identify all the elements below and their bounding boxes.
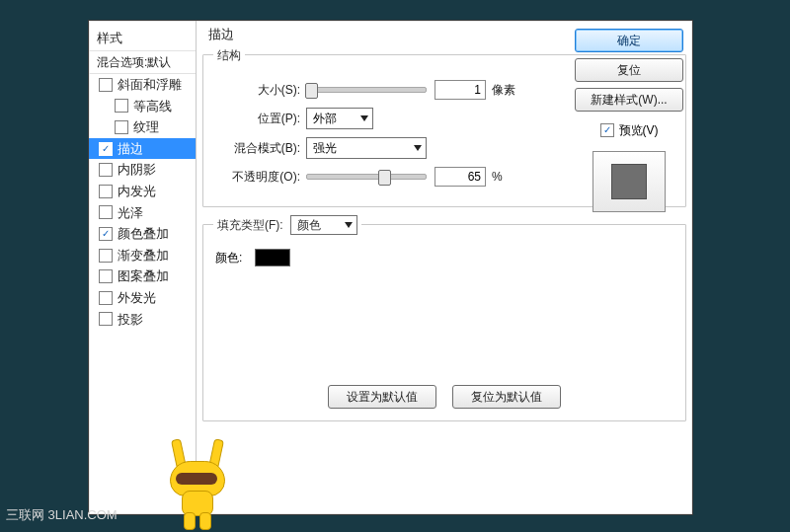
effect-label: 等高线 xyxy=(133,99,172,114)
right-column: 确定 复位 新建样式(W)... ✓ 预览(V) xyxy=(574,29,684,212)
blend-mode-label: 混合模式(B): xyxy=(213,141,306,155)
preview-checkbox[interactable]: ✓ xyxy=(600,123,614,137)
effect-item[interactable]: 斜面和浮雕 xyxy=(89,74,196,96)
effect-checkbox[interactable] xyxy=(99,269,113,283)
effect-item[interactable]: ✓颜色叠加 xyxy=(89,223,196,245)
blend-mode-combo[interactable]: 强光 xyxy=(306,137,427,159)
effect-checkbox[interactable] xyxy=(99,78,113,92)
structure-legend: 结构 xyxy=(213,48,245,62)
default-buttons-row: 设置为默认值 复位为默认值 xyxy=(213,385,675,409)
preview-box xyxy=(592,151,666,212)
effect-item[interactable]: 内发光 xyxy=(89,181,196,202)
effect-label: 图案叠加 xyxy=(118,268,169,284)
blend-mode-value: 强光 xyxy=(313,141,337,155)
preview-row: ✓ 预览(V) xyxy=(600,123,659,137)
color-swatch[interactable] xyxy=(255,249,290,266)
opacity-label: 不透明度(O): xyxy=(213,170,306,184)
effect-label: 外发光 xyxy=(118,290,156,306)
effect-label: 纹理 xyxy=(133,119,159,135)
opacity-input[interactable]: 65 xyxy=(434,167,486,187)
effect-checkbox[interactable] xyxy=(99,163,113,177)
effect-item[interactable]: 光泽 xyxy=(89,202,196,224)
watermark: 三联网 3LIAN.COM xyxy=(6,506,118,524)
reset-default-button[interactable]: 复位为默认值 xyxy=(452,385,561,409)
styles-header: 样式 xyxy=(89,27,196,50)
size-slider-thumb[interactable] xyxy=(305,83,318,99)
position-label: 位置(P): xyxy=(213,112,306,125)
effect-checkbox[interactable]: ✓ xyxy=(99,142,113,156)
fill-type-combo[interactable]: 颜色 xyxy=(290,215,357,235)
position-value: 外部 xyxy=(313,112,337,125)
effect-item[interactable]: 等高线 xyxy=(89,96,196,117)
opacity-slider-thumb[interactable] xyxy=(378,170,391,186)
fill-type-label: 填充类型(F): xyxy=(217,218,283,232)
opacity-unit: % xyxy=(492,170,503,184)
size-slider[interactable] xyxy=(306,87,427,93)
effect-checkbox[interactable] xyxy=(115,99,128,113)
effect-item[interactable]: 纹理 xyxy=(89,116,196,138)
effect-item[interactable]: 图案叠加 xyxy=(89,266,196,287)
center-panel: 描边 结构 大小(S): 1 像素 位置(P): 外部 混合模式(B): 强光 xyxy=(197,21,692,514)
new-style-button[interactable]: 新建样式(W)... xyxy=(575,88,683,112)
chevron-down-icon xyxy=(414,145,422,151)
effect-checkbox[interactable] xyxy=(99,185,113,198)
chevron-down-icon xyxy=(345,222,353,228)
effect-item[interactable]: ✓描边 xyxy=(89,138,196,160)
effect-item[interactable]: 内阴影 xyxy=(89,159,196,181)
mascot-illustration xyxy=(166,439,245,528)
effect-checkbox[interactable]: ✓ xyxy=(99,227,113,241)
effect-item[interactable]: 渐变叠加 xyxy=(89,245,196,266)
color-label: 颜色: xyxy=(213,251,255,265)
fill-legend: 填充类型(F): 颜色 xyxy=(213,215,361,235)
position-combo[interactable]: 外部 xyxy=(306,108,373,129)
preview-label: 预览(V) xyxy=(619,123,659,137)
effect-checkbox[interactable] xyxy=(99,312,113,326)
effect-checkbox[interactable] xyxy=(99,205,113,219)
effect-label: 斜面和浮雕 xyxy=(118,77,182,93)
effects-list: 斜面和浮雕等高线纹理✓描边内阴影内发光光泽✓颜色叠加渐变叠加图案叠加外发光投影 xyxy=(89,74,196,330)
ok-button[interactable]: 确定 xyxy=(575,29,683,52)
reset-button[interactable]: 复位 xyxy=(575,58,683,82)
effect-label: 投影 xyxy=(118,312,143,328)
effect-label: 颜色叠加 xyxy=(118,226,169,242)
size-label: 大小(S): xyxy=(213,83,306,97)
effect-label: 内发光 xyxy=(118,184,156,199)
chevron-down-icon xyxy=(360,115,368,121)
effect-label: 描边 xyxy=(118,141,143,157)
effect-checkbox[interactable] xyxy=(99,249,113,263)
set-default-button[interactable]: 设置为默认值 xyxy=(328,385,436,409)
effect-label: 内阴影 xyxy=(118,162,156,178)
effect-checkbox[interactable] xyxy=(115,120,128,134)
fill-group: 填充类型(F): 颜色 颜色: 设置为默认值 复位为默认值 xyxy=(202,215,686,421)
effect-item[interactable]: 投影 xyxy=(89,309,196,331)
effect-label: 光泽 xyxy=(118,205,143,221)
preview-swatch xyxy=(611,164,647,199)
effect-checkbox[interactable] xyxy=(99,291,113,305)
size-unit: 像素 xyxy=(492,83,515,97)
effect-item[interactable]: 外发光 xyxy=(89,287,196,309)
size-input[interactable]: 1 xyxy=(434,80,486,100)
effect-label: 渐变叠加 xyxy=(118,248,169,264)
color-row: 颜色: xyxy=(213,249,675,266)
fill-type-value: 颜色 xyxy=(297,218,321,232)
opacity-slider[interactable] xyxy=(306,174,427,180)
blend-options-header[interactable]: 混合选项:默认 xyxy=(89,50,196,74)
